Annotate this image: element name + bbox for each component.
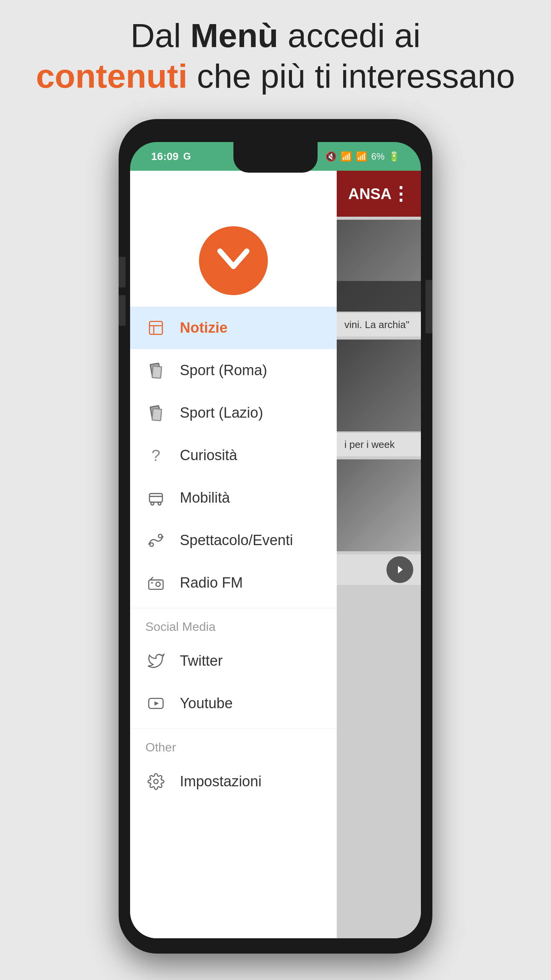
other-list: Impostazioni <box>130 760 337 803</box>
menu-item-spettacolo[interactable]: Spettacolo/Eventi <box>130 519 337 562</box>
mobilita-label: Mobilità <box>180 490 230 506</box>
svg-point-10 <box>158 502 161 505</box>
notch <box>233 142 318 173</box>
logo-circle <box>199 226 268 295</box>
mute-icon: 🔇 <box>325 151 337 162</box>
menu-item-youtube[interactable]: Youtube <box>130 682 337 725</box>
twitter-label: Twitter <box>180 653 223 669</box>
menu-item-sport-roma[interactable]: Sport (Roma) <box>130 349 337 392</box>
signal-icon: 📶 <box>356 151 367 162</box>
news-snippet-2: i per i week <box>337 433 421 456</box>
svg-point-11 <box>150 543 153 546</box>
svg-marker-18 <box>155 701 159 706</box>
wifi-icon: 📶 <box>341 151 352 162</box>
notizie-label: Notizie <box>180 320 228 336</box>
logo-icon <box>214 242 253 280</box>
navigation-drawer[interactable]: Notizie Sport (Roma) <box>130 171 337 938</box>
impostazioni-label: Impostazioni <box>180 773 261 790</box>
phone-frame: 16:09 G 🔇 📶 📶 6% 🔋 <box>119 119 432 954</box>
battery-icon: 🔋 <box>388 151 400 162</box>
ad-area <box>337 554 421 585</box>
youtube-icon <box>145 693 166 714</box>
menu-item-mobilita[interactable]: Mobilità <box>130 477 337 519</box>
app-logo <box>130 222 337 295</box>
notizie-icon <box>145 317 166 338</box>
sport-roma-icon <box>145 360 166 381</box>
news-image-3 <box>337 459 421 551</box>
heading-line1: Dal Menù accedi ai <box>130 16 421 54</box>
svg-point-14 <box>156 582 160 586</box>
radio-icon <box>145 572 166 593</box>
overflow-menu-icon[interactable]: ⋮ <box>391 183 410 204</box>
svg-point-12 <box>158 534 162 538</box>
spettacolo-label: Spettacolo/Eventi <box>180 532 293 549</box>
impostazioni-icon <box>145 771 166 792</box>
news-snippet-1: vini. La archia" <box>337 313 421 336</box>
svg-point-9 <box>151 502 154 505</box>
volume-down-button[interactable] <box>119 295 126 326</box>
curiosita-label: Curiosità <box>180 447 237 464</box>
menu-item-twitter[interactable]: Twitter <box>130 640 337 682</box>
svg-rect-0 <box>150 322 163 335</box>
menu-item-notizie[interactable]: Notizie <box>130 307 337 349</box>
next-arrow-icon <box>394 564 406 575</box>
next-button[interactable] <box>386 556 413 583</box>
ansa-bar: ANSA ⋮ <box>337 171 421 217</box>
g-icon: G <box>183 150 191 162</box>
menu-item-curiosita[interactable]: ? Curiosità <box>130 434 337 477</box>
news-card-1 <box>337 220 421 312</box>
youtube-label: Youtube <box>180 695 233 712</box>
content-area: ANSA ⋮ vini. La archia" i per i week <box>337 171 421 938</box>
sport-lazio-label: Sport (Lazio) <box>180 405 263 421</box>
menu-list: Notizie Sport (Roma) <box>130 307 337 604</box>
volume-up-button[interactable] <box>119 257 126 287</box>
curiosita-icon: ? <box>145 445 166 466</box>
news-image-2 <box>337 340 421 431</box>
page-heading: Dal Menù accedi ai contenuti che più ti … <box>13 15 538 96</box>
phone-screen: Notizie Sport (Roma) <box>130 171 421 938</box>
twitter-icon <box>145 650 166 671</box>
news-image-1 <box>337 220 421 312</box>
power-button[interactable] <box>425 280 432 333</box>
spettacolo-icon <box>145 530 166 551</box>
social-list: Twitter Youtube <box>130 640 337 725</box>
svg-marker-20 <box>398 566 403 573</box>
news-card-3 <box>337 459 421 551</box>
status-time: 16:09 <box>151 150 179 163</box>
svg-point-19 <box>154 779 158 784</box>
svg-rect-4 <box>152 366 161 378</box>
news-card-2 <box>337 340 421 431</box>
svg-rect-6 <box>152 408 161 421</box>
sport-lazio-icon <box>145 402 166 423</box>
sport-roma-label: Sport (Roma) <box>180 362 267 379</box>
ansa-label: ANSA <box>348 185 391 203</box>
menu-item-radio[interactable]: Radio FM <box>130 562 337 604</box>
battery-level: 6% <box>371 151 385 162</box>
social-media-header: Social Media <box>130 608 337 640</box>
radio-label: Radio FM <box>180 575 243 591</box>
menu-item-sport-lazio[interactable]: Sport (Lazio) <box>130 392 337 434</box>
menu-item-impostazioni[interactable]: Impostazioni <box>130 760 337 803</box>
mobilita-icon <box>145 487 166 508</box>
svg-rect-7 <box>150 493 163 502</box>
other-header: Other <box>130 728 337 760</box>
